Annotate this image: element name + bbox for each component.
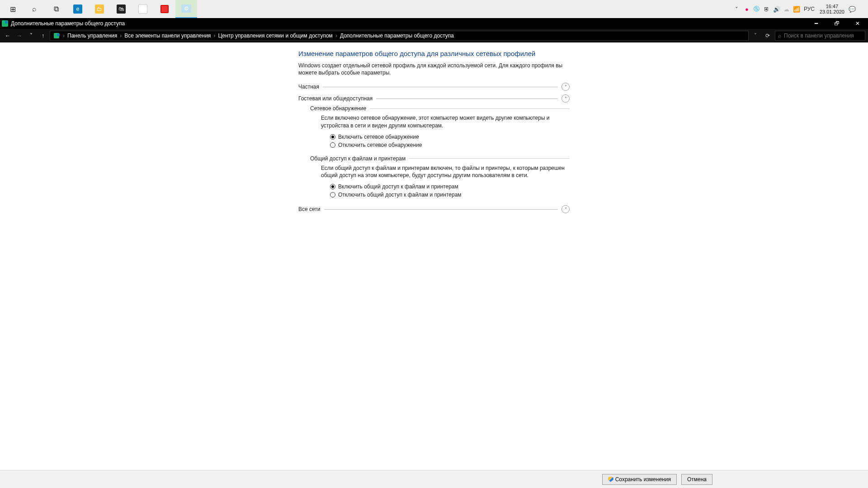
refresh-icon: ⟳ <box>765 33 770 39</box>
red-app-icon <box>160 5 169 13</box>
chevron-down-icon: ˅ <box>565 84 567 89</box>
chrome-icon: ◎ <box>138 5 147 14</box>
breadcrumb-seg-2[interactable]: Центр управления сетями и общим доступом <box>218 33 333 39</box>
group-file-sharing: Общий доступ к файлам и принтерам Если о… <box>310 155 570 199</box>
page-description: Windows создает отдельный сетевой профил… <box>298 62 570 76</box>
breadcrumb-dropdown[interactable]: ˅ <box>750 31 760 41</box>
radio-label: Включить общий доступ к файлам и принтер… <box>338 183 458 191</box>
taskview-icon: ⧉ <box>54 5 59 13</box>
tray-overflow[interactable]: ˅ <box>732 0 742 18</box>
radio-icon <box>330 142 335 148</box>
section-all-networks[interactable]: Все сети ˅ <box>298 205 570 213</box>
breadcrumb-icon <box>53 33 60 38</box>
taskbar-app-edge[interactable]: e <box>67 0 89 18</box>
chevron-down-icon: ˅ <box>565 207 567 212</box>
minimize-button[interactable]: ━ <box>806 18 826 29</box>
close-button[interactable]: ✕ <box>847 18 868 29</box>
taskbar-app-controlpanel[interactable]: ⚙ <box>175 0 197 18</box>
taskbar-app-store[interactable]: 🛍 <box>110 0 132 18</box>
uac-shield-icon <box>608 477 613 482</box>
breadcrumb-sep-icon: › <box>335 33 338 39</box>
expand-all-button[interactable]: ˅ <box>561 205 570 213</box>
radio-icon <box>330 134 335 140</box>
start-button[interactable]: ⊞ <box>2 0 24 18</box>
windows-icon: ⊞ <box>10 5 16 14</box>
divider <box>376 99 558 99</box>
tray-time: 16:47 <box>826 4 839 9</box>
tray-volume[interactable]: 🔊 <box>772 0 782 18</box>
section-private[interactable]: Частная ˅ <box>298 83 570 91</box>
maximize-button[interactable]: 🗗 <box>826 18 847 29</box>
chevron-down-icon: ˅ <box>735 6 738 13</box>
group-file-sharing-desc: Если общий доступ к файлам и принтерам в… <box>321 164 570 179</box>
tray-onedrive[interactable]: ☁ <box>782 0 792 18</box>
radio-label: Отключить сетевое обнаружение <box>338 141 422 149</box>
search-button[interactable]: ⌕ <box>24 0 45 18</box>
cloud-icon: ☁ <box>783 6 789 13</box>
breadcrumb-seg-1[interactable]: Все элементы панели управления <box>124 33 211 39</box>
group-file-sharing-header: Общий доступ к файлам и принтерам <box>310 155 570 162</box>
taskbar-app-explorer[interactable]: 🗀 <box>89 0 110 18</box>
close-icon: ✕ <box>855 20 860 27</box>
tray-skype[interactable]: Ⓢ <box>752 0 762 18</box>
breadcrumb-seg-0[interactable]: Панель управления <box>67 33 117 39</box>
nav-forward[interactable]: → <box>14 31 24 41</box>
search-box[interactable]: ⌕ <box>775 31 865 41</box>
orb-icon: ● <box>745 6 749 13</box>
divider <box>323 87 558 87</box>
search-icon: ⌕ <box>32 5 37 13</box>
breadcrumb-sep-icon: › <box>212 33 216 39</box>
collapse-guest-button[interactable]: ˄ <box>561 94 570 103</box>
shield-icon: ⛨ <box>764 6 769 13</box>
tray-clock[interactable]: 16:47 23.01.2020 <box>817 4 847 14</box>
expand-private-button[interactable]: ˅ <box>561 83 570 91</box>
footer-buttons: Сохранить изменения Отмена <box>154 474 714 485</box>
restore-icon: 🗗 <box>834 20 840 27</box>
window-icon <box>2 20 8 27</box>
cancel-button[interactable]: Отмена <box>681 474 712 485</box>
titlebar-left: Дополнительные параметры общего доступа <box>0 20 125 27</box>
group-title: Общий доступ к файлам и принтерам <box>310 155 406 162</box>
save-button[interactable]: Сохранить изменения <box>602 474 677 485</box>
nav-back[interactable]: ← <box>3 31 13 41</box>
edge-icon: e <box>73 5 82 14</box>
minimize-icon: ━ <box>815 20 818 27</box>
divider <box>324 209 558 210</box>
radio-icon <box>330 184 335 189</box>
content-area: Изменение параметров общего доступа для … <box>0 42 868 471</box>
taskbar-app-chrome[interactable]: ◎ <box>132 0 154 18</box>
breadcrumb[interactable]: › Панель управления › Все элементы панел… <box>50 31 749 41</box>
speaker-icon: 🔊 <box>773 6 780 13</box>
tray-security[interactable]: ⛨ <box>762 0 772 18</box>
radio-label: Отключить общий доступ к файлам и принте… <box>338 191 462 199</box>
chevron-down-icon: ˅ <box>30 33 33 39</box>
tray-app-1[interactable]: ● <box>742 0 752 18</box>
store-icon: 🛍 <box>117 5 126 14</box>
tray-show-desktop[interactable] <box>857 0 866 18</box>
tray-date: 23.01.2020 <box>820 9 844 14</box>
section-private-label: Частная <box>298 84 319 90</box>
tray-notifications[interactable]: 💬 <box>847 0 857 18</box>
divider <box>409 158 570 159</box>
divider <box>370 108 570 109</box>
radio-network-discovery-off[interactable]: Отключить сетевое обнаружение <box>330 141 570 149</box>
taskbar-app-red[interactable] <box>154 0 175 18</box>
controlpanel-icon: ⚙ <box>181 5 191 13</box>
tray-language[interactable]: РУС <box>802 0 817 18</box>
nav-recent[interactable]: ˅ <box>26 31 36 41</box>
page-title: Изменение параметров общего доступа для … <box>298 50 570 57</box>
radio-file-sharing-off[interactable]: Отключить общий доступ к файлам и принте… <box>330 191 570 199</box>
tray-network[interactable]: 📶 <box>792 0 802 18</box>
nav-up[interactable]: ↑ <box>38 31 48 41</box>
radio-file-sharing-on[interactable]: Включить общий доступ к файлам и принтер… <box>330 183 570 191</box>
wifi-icon: 📶 <box>793 6 800 13</box>
breadcrumb-seg-3[interactable]: Дополнительные параметры общего доступа <box>340 33 454 39</box>
radio-network-discovery-on[interactable]: Включить сетевое обнаружение <box>330 133 570 141</box>
taskview-button[interactable]: ⧉ <box>45 0 67 18</box>
search-input[interactable] <box>784 33 862 39</box>
radio-icon <box>330 192 335 197</box>
refresh-button[interactable]: ⟳ <box>762 31 773 41</box>
section-guest[interactable]: Гостевая или общедоступная ˄ <box>298 94 570 103</box>
window-title: Дополнительные параметры общего доступа <box>11 20 125 27</box>
arrow-right-icon: → <box>17 33 22 39</box>
